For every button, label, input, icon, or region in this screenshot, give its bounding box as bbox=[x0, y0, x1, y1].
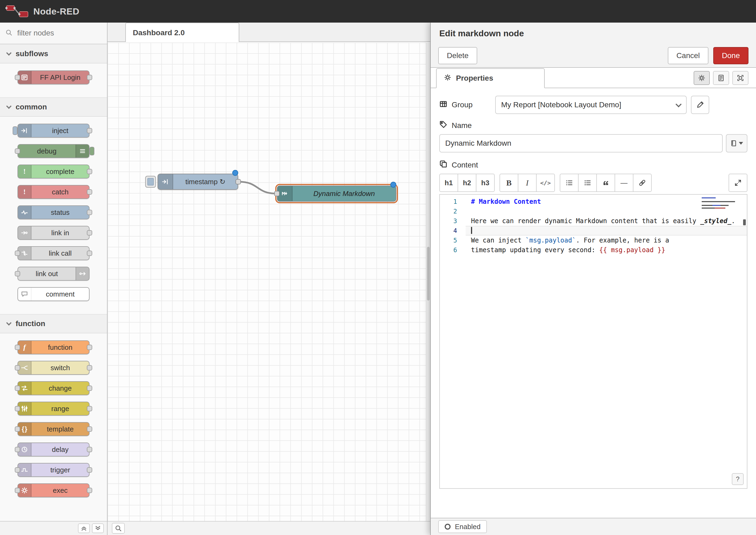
palette-node-label: link in bbox=[31, 226, 89, 239]
input-port bbox=[15, 251, 20, 256]
text-cursor bbox=[471, 227, 472, 234]
palette-node-delay[interactable]: delay bbox=[17, 442, 90, 457]
palette-node-range[interactable]: range bbox=[17, 402, 90, 416]
palette-footer bbox=[0, 521, 107, 535]
node-settings-gear-button[interactable] bbox=[694, 71, 710, 85]
palette-node-link-out[interactable]: link out bbox=[17, 267, 90, 281]
name-options-book-button[interactable] bbox=[726, 134, 747, 153]
palette-node-link-in[interactable]: link in bbox=[17, 226, 90, 240]
category-label: common bbox=[15, 103, 47, 111]
palette-function-list: f function switch bbox=[0, 333, 107, 510]
input-port bbox=[15, 447, 20, 452]
line-number: 2 bbox=[440, 207, 466, 216]
appearance-layout-button[interactable] bbox=[732, 71, 748, 85]
output-port bbox=[87, 467, 92, 473]
palette-node-ff-api-login[interactable]: FF API Login bbox=[17, 70, 90, 84]
tab-properties[interactable]: Properties bbox=[436, 68, 545, 88]
palette-filter-input[interactable] bbox=[16, 28, 91, 38]
code-line[interactable]: We can inject `msg.payload`. For example… bbox=[466, 236, 747, 245]
input-port bbox=[15, 406, 20, 411]
flow-node-timestamp[interactable]: timestamp ↻ bbox=[157, 174, 238, 190]
inject-trigger-button[interactable] bbox=[145, 176, 156, 188]
palette-node-trigger[interactable]: trigger bbox=[17, 463, 90, 477]
flow-node-dynamic-markdown[interactable]: Dynamic Markdown bbox=[277, 185, 396, 202]
palette-node-label: trigger bbox=[31, 464, 89, 476]
palette-node-catch[interactable]: ! catch bbox=[17, 185, 90, 199]
minimap-line bbox=[702, 208, 725, 209]
link-chain-button[interactable] bbox=[633, 174, 652, 192]
expand-editor-button[interactable] bbox=[729, 174, 747, 192]
copy-pages-icon bbox=[439, 160, 447, 170]
palette-node-status[interactable]: status bbox=[17, 205, 90, 219]
code-line[interactable]: timestamp updating every second: {{ msg.… bbox=[466, 245, 747, 255]
ordered-list-button[interactable] bbox=[560, 174, 578, 192]
collapse-all-categories-button[interactable] bbox=[78, 523, 90, 533]
navigator-search-button[interactable] bbox=[112, 523, 125, 534]
content-label: Content bbox=[439, 160, 747, 170]
canvas-vertical-scrollbar[interactable] bbox=[426, 42, 430, 521]
name-input[interactable] bbox=[439, 134, 723, 153]
h1-button[interactable]: h1 bbox=[439, 174, 458, 192]
palette-node-switch[interactable]: switch bbox=[17, 361, 90, 375]
palette-node-exec[interactable]: exec bbox=[17, 483, 90, 497]
output-port bbox=[87, 169, 92, 174]
minimap-line bbox=[702, 197, 716, 198]
code-line[interactable]: Here we can render dynamic Markdown cont… bbox=[466, 216, 747, 226]
edit-group-pencil-button[interactable] bbox=[691, 96, 709, 114]
flow-canvas[interactable]: timestamp ↻ Dynamic Markdown bbox=[107, 42, 426, 521]
scrollbar-thumb[interactable] bbox=[427, 247, 430, 300]
input-port[interactable] bbox=[274, 191, 280, 196]
node-enabled-toggle[interactable]: Enabled bbox=[438, 520, 487, 533]
editor-help-button[interactable]: ? bbox=[732, 473, 743, 485]
output-port bbox=[87, 210, 92, 215]
group-select[interactable]: My Report [Notebook Layout Demo] bbox=[495, 96, 686, 114]
unordered-list-button[interactable] bbox=[578, 174, 597, 192]
wire-timestamp-to-markdown[interactable] bbox=[239, 182, 276, 194]
palette-node-inject[interactable]: inject bbox=[17, 124, 90, 138]
done-button[interactable]: Done bbox=[713, 47, 748, 64]
palette-search[interactable] bbox=[0, 23, 107, 44]
markdown-code-editor[interactable]: 1 # Markdown Content 2 3 Here we can ren… bbox=[439, 194, 747, 489]
input-port bbox=[15, 148, 20, 154]
palette-node-label: status bbox=[31, 206, 89, 219]
blockquote-button[interactable] bbox=[596, 174, 615, 192]
delete-button[interactable]: Delete bbox=[438, 47, 477, 64]
description-doc-button[interactable] bbox=[713, 71, 729, 85]
editor-minimap[interactable] bbox=[702, 197, 741, 210]
palette-node-template[interactable]: { } template bbox=[17, 422, 90, 436]
output-port bbox=[87, 406, 92, 411]
h3-button[interactable]: h3 bbox=[476, 174, 495, 192]
markdown-icon bbox=[277, 186, 293, 201]
tray-tab-icons bbox=[694, 71, 748, 85]
app-title: Node-RED bbox=[33, 6, 79, 17]
cancel-button[interactable]: Cancel bbox=[668, 47, 709, 64]
palette-category-subflows[interactable]: subflows bbox=[0, 44, 107, 64]
output-port bbox=[87, 128, 92, 133]
horizontal-rule-button[interactable]: — bbox=[615, 174, 633, 192]
palette-category-function[interactable]: function bbox=[0, 314, 107, 333]
input-port bbox=[15, 426, 20, 432]
palette-node-function[interactable]: f function bbox=[17, 340, 90, 354]
palette-node-complete[interactable]: ! complete bbox=[17, 164, 90, 179]
expand-all-categories-button[interactable] bbox=[92, 523, 104, 533]
palette-node-label: change bbox=[31, 382, 89, 395]
palette-category-common[interactable]: common bbox=[0, 97, 107, 117]
chevron-down-icon bbox=[6, 320, 12, 325]
palette-node-change[interactable]: change bbox=[17, 381, 90, 395]
name-row bbox=[439, 134, 747, 153]
italic-button[interactable]: I bbox=[518, 174, 537, 192]
palette-node-label: switch bbox=[31, 361, 89, 374]
palette-node-debug[interactable]: debug bbox=[17, 144, 90, 158]
palette-node-comment[interactable]: comment bbox=[17, 287, 90, 301]
chevron-down-icon bbox=[739, 142, 743, 145]
output-port bbox=[87, 426, 92, 432]
h2-button[interactable]: h2 bbox=[458, 174, 476, 192]
tag-icon bbox=[439, 121, 447, 130]
group-label: Group bbox=[439, 100, 495, 110]
bold-button[interactable]: B bbox=[499, 174, 518, 192]
code-button[interactable]: </> bbox=[536, 174, 555, 192]
tab-dashboard-2[interactable]: Dashboard 2.0 bbox=[125, 23, 239, 42]
output-port[interactable] bbox=[236, 179, 241, 184]
palette-node-link-call[interactable]: link call bbox=[17, 246, 90, 260]
code-line[interactable] bbox=[466, 226, 747, 236]
